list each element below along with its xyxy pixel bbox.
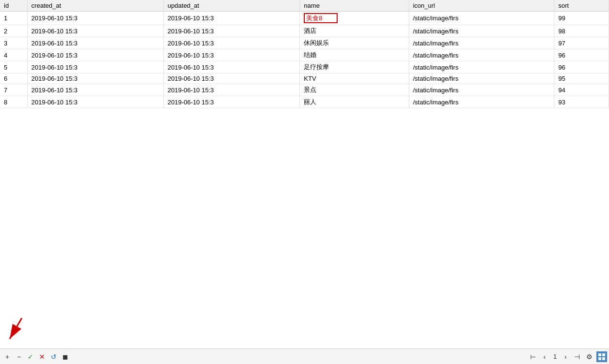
cell-created-at: 2019-06-10 15:3	[27, 37, 163, 49]
cell-created-at: 2019-06-10 15:3	[27, 12, 163, 25]
grid-view-button[interactable]	[596, 351, 607, 362]
table-row[interactable]: 82019-06-10 15:32019-06-10 15:3丽人/static…	[0, 96, 609, 108]
cell-sort: 98	[554, 25, 609, 37]
cell-name: 丽人	[300, 96, 409, 108]
cell-id: 6	[0, 73, 27, 84]
cell-sort: 95	[554, 73, 609, 84]
cell-id: 2	[0, 25, 27, 37]
cell-id: 4	[0, 49, 27, 61]
cell-created-at: 2019-06-10 15:3	[27, 49, 163, 61]
cell-created-at: 2019-06-10 15:3	[27, 96, 163, 108]
col-header-id[interactable]: id	[0, 0, 27, 12]
col-header-updated-at[interactable]: updated_at	[163, 0, 300, 12]
table-row[interactable]: 42019-06-10 15:32019-06-10 15:3结婚/static…	[0, 49, 609, 61]
cell-id: 5	[0, 61, 27, 73]
cell-created-at: 2019-06-10 15:3	[27, 25, 163, 37]
table-row[interactable]: 72019-06-10 15:32019-06-10 15:3景点/static…	[0, 84, 609, 96]
cell-name: 景点	[300, 84, 409, 96]
cell-icon-url: /static/image/firs	[409, 49, 554, 61]
bottom-toolbar: + − ✓ ✕ ↺ ◼ ⊢ ‹ 1 › ⊣ ⚙	[0, 349, 609, 364]
table-row[interactable]: 52019-06-10 15:32019-06-10 15:3足疗按摩/stat…	[0, 61, 609, 73]
cell-icon-url: /static/image/firs	[409, 25, 554, 37]
cell-name: KTV	[300, 73, 409, 84]
next-page-button[interactable]: ›	[561, 352, 570, 362]
cell-icon-url: /static/image/firs	[409, 84, 554, 96]
settings-button[interactable]: ⚙	[584, 351, 594, 362]
cell-created-at: 2019-06-10 15:3	[27, 61, 163, 73]
table-row[interactable]: 62019-06-10 15:32019-06-10 15:3KTV/stati…	[0, 73, 609, 84]
remove-row-button[interactable]: −	[14, 351, 24, 362]
prev-page-button[interactable]: ‹	[540, 352, 550, 362]
table-header-row: id created_at updated_at name icon_url s…	[0, 0, 609, 12]
svg-line-1	[10, 318, 22, 339]
grid-icon	[598, 353, 606, 361]
cell-updated-at: 2019-06-10 15:3	[163, 37, 300, 49]
cell-name: 结婚	[300, 49, 409, 61]
cell-sort: 96	[554, 49, 609, 61]
cell-icon-url: /static/image/firs	[409, 12, 554, 25]
cell-id: 8	[0, 96, 27, 108]
cell-updated-at: 2019-06-10 15:3	[163, 25, 300, 37]
cell-updated-at: 2019-06-10 15:3	[163, 73, 300, 84]
stop-button[interactable]: ◼	[60, 351, 71, 362]
cell-id: 3	[0, 37, 27, 49]
cell-sort: 93	[554, 96, 609, 108]
col-header-sort[interactable]: sort	[554, 0, 609, 12]
cancel-button[interactable]: ✕	[37, 351, 47, 362]
confirm-button[interactable]: ✓	[25, 351, 36, 362]
cell-updated-at: 2019-06-10 15:3	[163, 61, 300, 73]
cell-id: 7	[0, 84, 27, 96]
col-header-icon-url[interactable]: icon_url	[409, 0, 554, 12]
table-row[interactable]: 32019-06-10 15:32019-06-10 15:3休闲娱乐/stat…	[0, 37, 609, 49]
svg-rect-4	[598, 357, 601, 360]
data-table: id created_at updated_at name icon_url s…	[0, 0, 609, 108]
cell-sort: 99	[554, 12, 609, 25]
cell-updated-at: 2019-06-10 15:3	[163, 96, 300, 108]
cell-updated-at: 2019-06-10 15:3	[163, 12, 300, 25]
col-header-name[interactable]: name	[300, 0, 409, 12]
toolbar-right-group: ⊢ ‹ 1 › ⊣ ⚙	[528, 351, 607, 362]
cell-name: 足疗按摩	[300, 61, 409, 73]
toolbar-left-group: + − ✓ ✕ ↺ ◼	[2, 351, 71, 362]
cell-updated-at: 2019-06-10 15:3	[163, 49, 300, 61]
svg-rect-5	[602, 357, 605, 360]
cell-updated-at: 2019-06-10 15:3	[163, 84, 300, 96]
cell-icon-url: /static/image/firs	[409, 61, 554, 73]
name-edit-input[interactable]	[304, 13, 338, 23]
svg-rect-2	[598, 353, 601, 356]
cell-icon-url: /static/image/firs	[409, 37, 554, 49]
cell-name: 休闲娱乐	[300, 37, 409, 49]
cell-id: 1	[0, 12, 27, 25]
cell-icon-url: /static/image/firs	[409, 73, 554, 84]
col-header-created-at[interactable]: created_at	[27, 0, 163, 12]
table-row[interactable]: 22019-06-10 15:32019-06-10 15:3酒店/static…	[0, 25, 609, 37]
refresh-button[interactable]: ↺	[48, 351, 59, 362]
last-page-button[interactable]: ⊣	[572, 352, 582, 362]
arrow-indicator	[7, 316, 46, 345]
first-page-button[interactable]: ⊢	[528, 352, 538, 362]
page-number: 1	[551, 353, 559, 360]
cell-icon-url: /static/image/firs	[409, 96, 554, 108]
add-row-button[interactable]: +	[2, 351, 13, 362]
table-container: id created_at updated_at name icon_url s…	[0, 0, 609, 349]
cell-sort: 97	[554, 37, 609, 49]
cell-sort: 94	[554, 84, 609, 96]
table-row[interactable]: 12019-06-10 15:32019-06-10 15:3/static/i…	[0, 12, 609, 25]
cell-sort: 96	[554, 61, 609, 73]
svg-rect-3	[602, 353, 605, 356]
cell-name: 酒店	[300, 25, 409, 37]
cell-name[interactable]	[300, 12, 409, 25]
cell-created-at: 2019-06-10 15:3	[27, 84, 163, 96]
cell-created-at: 2019-06-10 15:3	[27, 73, 163, 84]
